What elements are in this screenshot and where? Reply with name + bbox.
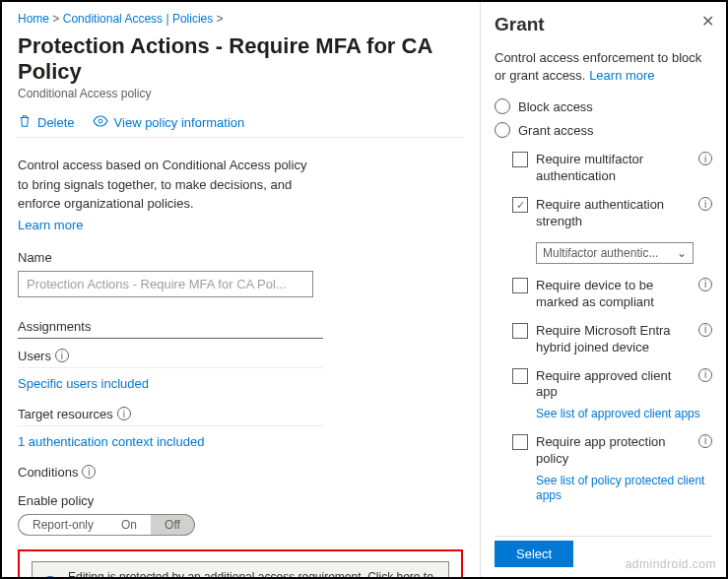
- checkbox-icon: [512, 323, 528, 339]
- svg-point-0: [99, 119, 102, 123]
- users-label: Users i: [18, 349, 323, 368]
- conditions-label: Conditions i: [18, 465, 323, 483]
- page-subtitle: Conditional Access policy: [18, 87, 464, 100]
- name-input[interactable]: [18, 271, 313, 297]
- trash-icon: [18, 114, 32, 131]
- approved-apps-link[interactable]: See list of approved client apps: [536, 407, 712, 422]
- info-icon[interactable]: i: [698, 197, 712, 211]
- radio-icon: [495, 122, 510, 138]
- grant-intro: Control access enforcement to block or g…: [495, 49, 712, 85]
- checkbox-icon: [512, 368, 528, 384]
- checkbox-icon: [512, 434, 528, 450]
- radio-icon: [495, 98, 510, 114]
- delete-button[interactable]: Delete: [18, 114, 75, 131]
- breadcrumb-policies[interactable]: Conditional Access | Policies: [63, 12, 214, 26]
- grant-options: Require multifactor authentication i ✓ R…: [512, 152, 712, 528]
- enable-policy-label: Enable policy: [18, 493, 464, 508]
- check-require-auth-strength[interactable]: ✓ Require authentication strength i: [512, 197, 712, 230]
- check-require-mfa[interactable]: Require multifactor authentication i: [512, 152, 712, 185]
- close-icon[interactable]: ✕: [701, 12, 714, 31]
- radio-block-access[interactable]: Block access: [495, 98, 712, 114]
- auth-strength-dropdown[interactable]: Multifactor authentic... ⌄: [536, 242, 694, 264]
- eye-icon: [93, 114, 108, 131]
- radio-grant-access[interactable]: Grant access: [495, 122, 712, 138]
- check-app-protection[interactable]: Require app protection policy i: [512, 434, 712, 468]
- users-value-link[interactable]: Specific users included: [18, 376, 464, 391]
- assignments-header: Assignments: [18, 319, 323, 339]
- check-device-compliant[interactable]: Require device to be marked as compliant…: [512, 278, 712, 311]
- watermark: admindroid.com: [626, 557, 716, 571]
- info-icon[interactable]: i: [698, 323, 712, 337]
- breadcrumb: Home > Conditional Access | Policies >: [18, 12, 464, 26]
- toggle-report-only[interactable]: Report-only: [18, 514, 107, 536]
- info-icon[interactable]: i: [55, 349, 69, 362]
- enable-policy-toggle[interactable]: Report-only On Off: [18, 514, 464, 536]
- check-entra-hybrid[interactable]: Require Microsoft Entra hybrid joined de…: [512, 323, 712, 356]
- checkbox-icon: [512, 278, 528, 293]
- view-policy-button[interactable]: View policy information: [93, 114, 245, 131]
- target-resources-label: Target resources i: [18, 407, 323, 426]
- grant-learn-more[interactable]: Learn more: [589, 68, 654, 83]
- toolbar: Delete View policy information: [18, 114, 464, 138]
- name-label: Name: [18, 250, 464, 265]
- info-icon[interactable]: i: [698, 152, 712, 165]
- breadcrumb-home[interactable]: Home: [18, 12, 49, 26]
- page-title: Protection Actions - Require MFA for CA …: [18, 33, 464, 85]
- checkbox-icon: ✓: [512, 197, 528, 213]
- info-icon: i: [42, 576, 58, 578]
- grant-panel: ✕ Grant Control access enforcement to bl…: [480, 2, 726, 577]
- info-icon[interactable]: i: [117, 407, 131, 420]
- check-approved-client[interactable]: Require approved client app i: [512, 368, 712, 402]
- target-value-link[interactable]: 1 authentication context included: [18, 434, 464, 449]
- toggle-on[interactable]: On: [107, 514, 151, 536]
- info-icon[interactable]: i: [82, 465, 96, 479]
- grant-title: Grant: [495, 14, 712, 35]
- reauth-banner: i Editing is protected by an additional …: [18, 549, 463, 578]
- info-icon[interactable]: i: [698, 434, 712, 448]
- intro-text: Control access based on Conditional Acce…: [18, 156, 313, 214]
- chevron-down-icon: ⌄: [677, 246, 687, 260]
- protection-apps-link[interactable]: See list of policy protected client apps: [536, 474, 712, 504]
- select-button[interactable]: Select: [495, 541, 573, 567]
- reauth-text[interactable]: Editing is protected by an additional ac…: [68, 570, 438, 578]
- info-icon[interactable]: i: [698, 368, 712, 382]
- toggle-off[interactable]: Off: [151, 514, 195, 536]
- info-icon[interactable]: i: [698, 278, 712, 291]
- learn-more-link[interactable]: Learn more: [18, 218, 464, 232]
- checkbox-icon: [512, 152, 528, 167]
